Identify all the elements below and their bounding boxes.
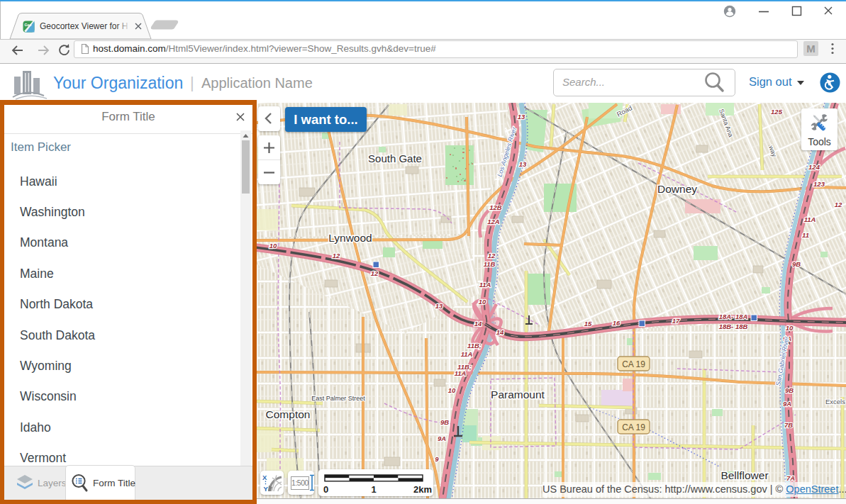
svg-text:13: 13 (518, 113, 525, 121)
svg-text:123: 123 (813, 180, 825, 188)
svg-text:17: 17 (672, 317, 680, 325)
svg-text:11A: 11A (461, 350, 473, 358)
svg-text:10: 10 (786, 324, 794, 332)
svg-text:Geo: Geo (25, 23, 32, 27)
svg-text:9B: 9B (792, 260, 801, 268)
svg-text:12: 12 (333, 252, 340, 259)
svg-text:0: 0 (323, 484, 328, 494)
svg-text:Downey: Downey (657, 183, 697, 195)
svg-text:12: 12 (835, 201, 842, 208)
svg-text:18B- 18B: 18B- 18B (719, 323, 748, 330)
svg-text:Y: Y (264, 485, 269, 493)
svg-text:18A- 18A: 18A- 18A (719, 313, 748, 320)
svg-text:10: 10 (448, 386, 456, 394)
svg-text:CA 19: CA 19 (622, 359, 645, 369)
svg-text:Compton: Compton (266, 408, 311, 420)
svg-text:11A: 11A (455, 369, 467, 377)
svg-text:11A: 11A (804, 215, 816, 223)
svg-text:2km: 2km (413, 484, 432, 494)
svg-text:10: 10 (269, 242, 277, 250)
svg-text:10: 10 (479, 298, 486, 306)
svg-text:125: 125 (771, 108, 783, 116)
svg-text:14: 14 (474, 320, 482, 327)
svg-text:12B: 12B (489, 203, 502, 211)
svg-text:124: 124 (808, 163, 820, 171)
svg-text:11B: 11B (484, 260, 496, 268)
svg-text:Paramount: Paramount (491, 388, 545, 401)
svg-text:9: 9 (435, 455, 439, 463)
svg-text:13: 13 (435, 302, 443, 310)
svg-text:12: 12 (488, 252, 496, 259)
svg-text:14: 14 (496, 328, 504, 336)
svg-text:11: 11 (802, 231, 809, 239)
svg-text:X: X (262, 474, 267, 481)
svg-text:13: 13 (519, 160, 527, 168)
svg-text:9B: 9B (440, 418, 449, 426)
svg-text:9A: 9A (438, 435, 446, 442)
svg-text:1: 1 (371, 484, 376, 494)
svg-text:12A: 12A (487, 218, 500, 225)
svg-text:16: 16 (613, 319, 620, 327)
svg-text:7A: 7A (786, 474, 795, 482)
svg-text:11B;: 11B; (467, 342, 482, 349)
svg-text:South Gate: South Gate (368, 152, 422, 164)
svg-text:9B: 9B (785, 386, 794, 394)
svg-text:Lynwood: Lynwood (328, 232, 372, 244)
svg-text:CA 19: CA 19 (622, 422, 645, 432)
svg-text:12: 12 (371, 269, 379, 277)
svg-text:7B: 7B (784, 421, 793, 429)
svg-text:East Palmer Street: East Palmer Street (311, 395, 365, 402)
svg-text:Bellflower: Bellflower (720, 469, 768, 481)
svg-text:11A: 11A (479, 281, 491, 289)
svg-text:Excels: Excels (825, 398, 845, 405)
svg-text:9A: 9A (783, 400, 791, 408)
svg-text:15: 15 (584, 320, 592, 327)
